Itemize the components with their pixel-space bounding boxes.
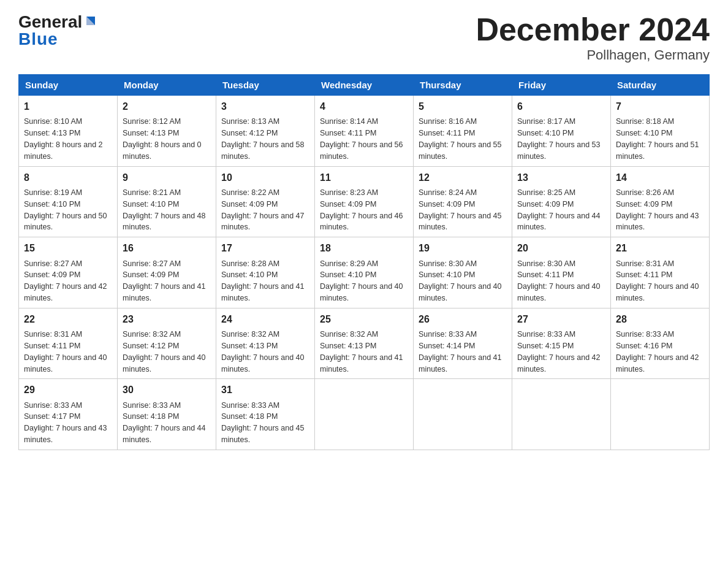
- col-header-thursday: Thursday: [414, 75, 512, 96]
- daylight-info: Daylight: 7 hours and 40 minutes.: [517, 282, 601, 302]
- day-number: 18: [320, 241, 408, 255]
- calendar-cell: 29Sunrise: 8:33 AMSunset: 4:17 PMDayligh…: [19, 379, 118, 450]
- calendar-cell: 25Sunrise: 8:32 AMSunset: 4:13 PMDayligh…: [315, 308, 414, 379]
- day-number: 10: [221, 170, 309, 185]
- calendar-cell: 11Sunrise: 8:23 AMSunset: 4:09 PMDayligh…: [315, 166, 414, 237]
- daylight-info: Daylight: 7 hours and 41 minutes.: [419, 353, 502, 373]
- daylight-info: Daylight: 7 hours and 44 minutes.: [123, 424, 206, 444]
- sunset-info: Sunset: 4:13 PM: [123, 129, 179, 137]
- calendar-week-row: 8Sunrise: 8:19 AMSunset: 4:10 PMDaylight…: [19, 166, 710, 237]
- sunset-info: Sunset: 4:13 PM: [24, 129, 80, 137]
- day-number: 3: [221, 99, 309, 113]
- sunset-info: Sunset: 4:13 PM: [221, 342, 278, 350]
- sunrise-info: Sunrise: 8:33 AM: [517, 330, 575, 339]
- sunrise-info: Sunrise: 8:26 AM: [616, 188, 674, 197]
- calendar-cell: 6Sunrise: 8:17 AMSunset: 4:10 PMDaylight…: [512, 96, 611, 167]
- sunset-info: Sunset: 4:18 PM: [123, 412, 179, 421]
- title-block: December 2024 Pollhagen, Germany: [476, 12, 710, 63]
- logo-arrow-icon: [84, 15, 97, 29]
- calendar-cell: 14Sunrise: 8:26 AMSunset: 4:09 PMDayligh…: [611, 166, 710, 237]
- sunrise-info: Sunrise: 8:33 AM: [24, 401, 82, 410]
- day-number: 14: [616, 170, 704, 185]
- sunset-info: Sunset: 4:11 PM: [419, 129, 475, 137]
- sunset-info: Sunset: 4:18 PM: [221, 412, 278, 421]
- day-number: 24: [221, 312, 309, 326]
- day-number: 12: [419, 170, 507, 185]
- sunset-info: Sunset: 4:09 PM: [517, 200, 574, 209]
- daylight-info: Daylight: 7 hours and 56 minutes.: [320, 140, 403, 161]
- calendar-week-row: 15Sunrise: 8:27 AMSunset: 4:09 PMDayligh…: [19, 237, 710, 308]
- sunset-info: Sunset: 4:11 PM: [320, 129, 376, 137]
- sunrise-info: Sunrise: 8:32 AM: [123, 330, 181, 339]
- calendar-cell: [414, 379, 512, 450]
- calendar-cell: 19Sunrise: 8:30 AMSunset: 4:10 PMDayligh…: [414, 237, 512, 308]
- calendar-cell: [512, 379, 611, 450]
- sunset-info: Sunset: 4:16 PM: [616, 342, 672, 350]
- sunset-info: Sunset: 4:10 PM: [221, 270, 278, 279]
- daylight-info: Daylight: 7 hours and 43 minutes.: [24, 424, 107, 444]
- calendar-title: December 2024: [476, 12, 710, 47]
- sunrise-info: Sunrise: 8:33 AM: [616, 330, 674, 339]
- daylight-info: Daylight: 7 hours and 44 minutes.: [517, 212, 601, 232]
- daylight-info: Daylight: 7 hours and 42 minutes.: [24, 282, 107, 302]
- logo: General Blue: [18, 12, 97, 49]
- day-number: 15: [24, 241, 112, 255]
- sunrise-info: Sunrise: 8:19 AM: [24, 188, 82, 197]
- day-number: 17: [221, 241, 309, 255]
- calendar-cell: 20Sunrise: 8:30 AMSunset: 4:11 PMDayligh…: [512, 237, 611, 308]
- page-header: General Blue December 2024 Pollhagen, Ge…: [18, 12, 710, 63]
- day-number: 16: [123, 241, 211, 255]
- day-number: 20: [517, 241, 605, 255]
- day-number: 27: [517, 312, 605, 326]
- calendar-cell: 16Sunrise: 8:27 AMSunset: 4:09 PMDayligh…: [118, 237, 216, 308]
- sunrise-info: Sunrise: 8:17 AM: [517, 117, 575, 126]
- col-header-sunday: Sunday: [19, 75, 118, 96]
- sunrise-info: Sunrise: 8:14 AM: [320, 117, 378, 126]
- daylight-info: Daylight: 7 hours and 42 minutes.: [517, 353, 601, 373]
- calendar-cell: 10Sunrise: 8:22 AMSunset: 4:09 PMDayligh…: [216, 166, 315, 237]
- sunset-info: Sunset: 4:10 PM: [616, 129, 672, 137]
- calendar-cell: 7Sunrise: 8:18 AMSunset: 4:10 PMDaylight…: [611, 96, 710, 167]
- col-header-saturday: Saturday: [611, 75, 710, 96]
- daylight-info: Daylight: 8 hours and 0 minutes.: [123, 140, 202, 161]
- daylight-info: Daylight: 8 hours and 2 minutes.: [24, 140, 103, 161]
- calendar-cell: 21Sunrise: 8:31 AMSunset: 4:11 PMDayligh…: [611, 237, 710, 308]
- daylight-info: Daylight: 7 hours and 46 minutes.: [320, 212, 403, 232]
- sunset-info: Sunset: 4:09 PM: [616, 200, 672, 209]
- sunset-info: Sunset: 4:17 PM: [24, 412, 80, 421]
- day-number: 6: [517, 99, 605, 113]
- sunrise-info: Sunrise: 8:31 AM: [616, 259, 674, 268]
- calendar-cell: 5Sunrise: 8:16 AMSunset: 4:11 PMDaylight…: [414, 96, 512, 167]
- sunrise-info: Sunrise: 8:33 AM: [419, 330, 477, 339]
- day-number: 9: [123, 170, 211, 185]
- daylight-info: Daylight: 7 hours and 48 minutes.: [123, 212, 206, 232]
- calendar-cell: 23Sunrise: 8:32 AMSunset: 4:12 PMDayligh…: [118, 308, 216, 379]
- sunrise-info: Sunrise: 8:29 AM: [320, 259, 378, 268]
- sunset-info: Sunset: 4:09 PM: [123, 270, 179, 279]
- daylight-info: Daylight: 7 hours and 40 minutes.: [24, 353, 107, 373]
- calendar-cell: 13Sunrise: 8:25 AMSunset: 4:09 PMDayligh…: [512, 166, 611, 237]
- calendar-table: SundayMondayTuesdayWednesdayThursdayFrid…: [18, 74, 710, 450]
- daylight-info: Daylight: 7 hours and 50 minutes.: [24, 212, 107, 232]
- calendar-cell: 30Sunrise: 8:33 AMSunset: 4:18 PMDayligh…: [118, 379, 216, 450]
- sunset-info: Sunset: 4:11 PM: [616, 270, 672, 279]
- sunrise-info: Sunrise: 8:13 AM: [221, 117, 279, 126]
- logo-blue-text: Blue: [18, 29, 97, 49]
- daylight-info: Daylight: 7 hours and 42 minutes.: [616, 353, 699, 373]
- day-number: 28: [616, 312, 704, 326]
- sunrise-info: Sunrise: 8:31 AM: [24, 330, 82, 339]
- sunrise-info: Sunrise: 8:27 AM: [24, 259, 82, 268]
- daylight-info: Daylight: 7 hours and 40 minutes.: [123, 353, 206, 373]
- calendar-week-row: 1Sunrise: 8:10 AMSunset: 4:13 PMDaylight…: [19, 96, 710, 167]
- sunset-info: Sunset: 4:10 PM: [419, 270, 475, 279]
- day-number: 26: [419, 312, 507, 326]
- sunset-info: Sunset: 4:12 PM: [123, 342, 179, 350]
- sunrise-info: Sunrise: 8:18 AM: [616, 117, 674, 126]
- day-number: 23: [123, 312, 211, 326]
- daylight-info: Daylight: 7 hours and 43 minutes.: [616, 212, 699, 232]
- calendar-cell: 2Sunrise: 8:12 AMSunset: 4:13 PMDaylight…: [118, 96, 216, 167]
- day-number: 19: [419, 241, 507, 255]
- day-number: 29: [24, 383, 112, 397]
- sunrise-info: Sunrise: 8:24 AM: [419, 188, 477, 197]
- daylight-info: Daylight: 7 hours and 40 minutes.: [320, 282, 403, 302]
